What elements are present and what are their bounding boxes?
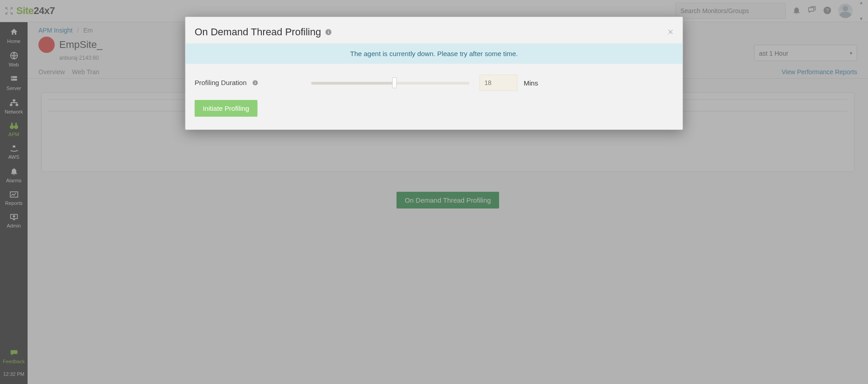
info-icon[interactable] — [325, 28, 332, 36]
modal-header: On Demand Thread Profiling × — [186, 17, 683, 43]
duration-input[interactable] — [480, 75, 518, 91]
thread-profiling-modal: On Demand Thread Profiling × The agent i… — [185, 17, 683, 130]
svg-rect-23 — [255, 81, 255, 82]
modal-title: On Demand Thread Profiling — [195, 26, 321, 38]
modal-alert: The agent is currently down. Please try … — [186, 43, 683, 64]
duration-slider[interactable] — [311, 79, 470, 87]
info-icon[interactable] — [252, 80, 259, 87]
mins-label: Mins — [524, 79, 538, 87]
slider-handle[interactable] — [392, 77, 396, 88]
svg-rect-20 — [328, 30, 328, 31]
svg-rect-19 — [328, 32, 328, 34]
duration-row: Profiling Duration Mins — [186, 64, 683, 93]
duration-label: Profiling Duration — [195, 79, 272, 87]
svg-rect-22 — [255, 82, 255, 84]
close-icon[interactable]: × — [668, 27, 674, 37]
initiate-profiling-button[interactable]: Initiate Profiling — [195, 100, 258, 117]
